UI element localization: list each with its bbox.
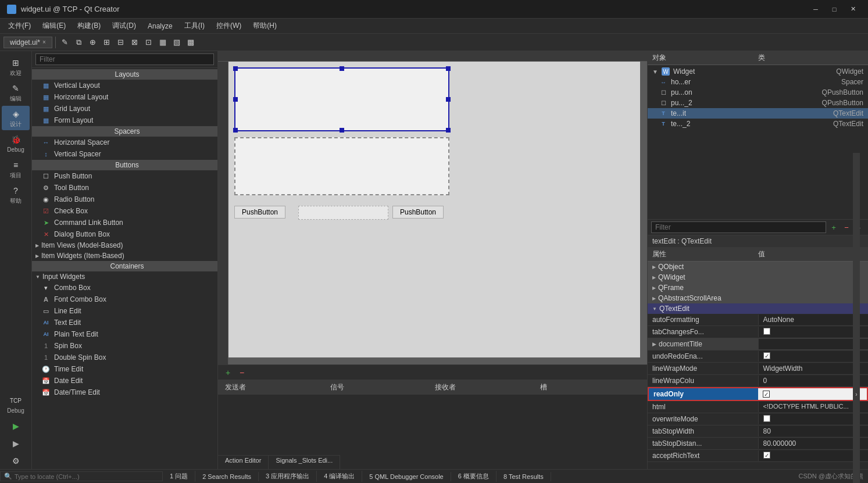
sidebar-settings[interactable]: ⚙: [2, 453, 30, 469]
tree-item-date-edit[interactable]: 📅 Date Edit: [32, 375, 217, 387]
tree-item-horizontal-layout[interactable]: ▦ Horizontal Layout: [32, 91, 217, 103]
status-tab-compile[interactable]: 4 编译输出: [317, 471, 362, 482]
toolbar-btn-4[interactable]: ⊞: [101, 36, 113, 49]
prop-filter-add-btn[interactable]: +: [828, 222, 839, 232]
handle-bottom[interactable]: [340, 128, 344, 133]
prop-acceptrichtext-value[interactable]: ✓: [758, 450, 869, 461]
prop-group-qtextedit[interactable]: ▼ QTextEdit: [648, 303, 868, 314]
locate-input[interactable]: [15, 473, 159, 480]
menu-debug[interactable]: 调试(D): [106, 20, 142, 32]
toolbar-btn-1[interactable]: ✎: [59, 36, 72, 49]
readonly-arrow[interactable]: ›: [853, 262, 860, 469]
bottom-widget-frame[interactable]: [234, 137, 449, 195]
tree-item-text-edit[interactable]: AI Text Edit: [32, 317, 217, 328]
canvas-pushbutton-1[interactable]: PushButton: [234, 206, 285, 219]
editor-tab[interactable]: widget.ui* ×: [3, 37, 52, 48]
design-canvas[interactable]: PushButton PushButton: [218, 51, 647, 364]
canvas-scrollbar[interactable]: [298, 206, 388, 220]
menu-help[interactable]: 帮助(H): [247, 20, 283, 32]
prop-undoredo-value[interactable]: ✓: [758, 351, 869, 362]
tree-item-font-combo-box[interactable]: A Font Combo Box: [32, 294, 217, 305]
handle-bl[interactable]: [233, 128, 238, 133]
toolbar-btn-9[interactable]: ▧: [170, 36, 183, 49]
tree-item-tool-button[interactable]: ⚙ Tool Button: [32, 182, 217, 194]
minimize-button[interactable]: ─: [808, 3, 824, 16]
signal-add-btn[interactable]: +: [223, 367, 233, 378]
tree-item-push-button[interactable]: ☐ Push Button: [32, 170, 217, 182]
sidebar-tcp[interactable]: TCP Debug: [2, 392, 30, 417]
prop-autoformatting-value[interactable]: AutoNone: [758, 314, 869, 325]
prop-linewrapcol-value[interactable]: 0: [758, 375, 869, 386]
prop-filter-minus-btn[interactable]: −: [841, 222, 852, 232]
obj-pushbtn2[interactable]: ☐ pu..._2 QPushButton: [648, 98, 868, 108]
sidebar-run[interactable]: ▶: [2, 418, 30, 434]
status-tab-qml[interactable]: 5 QML Debugger Console: [362, 472, 451, 481]
sidebar-edit[interactable]: ✎ 编辑: [2, 80, 30, 105]
handle-right[interactable]: [446, 97, 451, 102]
toolbar-btn-8[interactable]: ▦: [156, 36, 169, 49]
toolbar-btn-3[interactable]: ⊕: [87, 36, 99, 49]
menu-build[interactable]: 构建(B): [72, 20, 106, 32]
tree-item-radio-button[interactable]: ◉ Radio Button: [32, 194, 217, 205]
tree-item-time-edit[interactable]: 🕐 Time Edit: [32, 363, 217, 375]
tree-item-spin-box[interactable]: 1 Spin Box: [32, 340, 217, 352]
undoredo-checkbox[interactable]: ✓: [763, 352, 770, 359]
handle-left[interactable]: [233, 97, 238, 102]
sidebar-run2[interactable]: ▶: [2, 435, 30, 452]
signals-slots-tab[interactable]: Signals _Slots Edi...: [269, 456, 340, 469]
prop-documenttitle-value[interactable]: [758, 339, 869, 349]
obj-pushbtn1[interactable]: ☐ pu...on QPushButton: [648, 87, 868, 98]
tree-item-form-layout[interactable]: ▦ Form Layout: [32, 115, 217, 126]
tree-item-vertical-layout[interactable]: ▦ Vertical Layout: [32, 80, 217, 91]
handle-tl[interactable]: [233, 66, 238, 71]
menu-tools[interactable]: 工具(I): [178, 20, 210, 32]
tree-item-dialog-button-box[interactable]: ✕ Dialog Button Box: [32, 228, 217, 240]
sidebar-design[interactable]: ◈ 设计: [2, 106, 30, 130]
top-widget-frame[interactable]: [234, 67, 449, 131]
status-tab-issues[interactable]: 1 问题: [163, 471, 195, 482]
tree-item-datetime-edit[interactable]: 📅 Date/Time Edit: [32, 387, 217, 398]
sidebar-project[interactable]: ≡ 项目: [2, 157, 30, 181]
status-tab-search[interactable]: 2 Search Results: [195, 472, 259, 481]
tree-item-plain-text[interactable]: AI Plain Text Edit: [32, 328, 217, 340]
close-button[interactable]: ✕: [845, 3, 861, 16]
status-tab-summary[interactable]: 6 概要信息: [451, 471, 496, 482]
sidebar-help[interactable]: ? 帮助: [2, 183, 30, 207]
tree-item-line-edit[interactable]: ▭ Line Edit: [32, 305, 217, 317]
pushbutton-2[interactable]: PushButton: [392, 206, 444, 219]
prop-group-qabstractscrollarea[interactable]: ▶ QAbstractScrollArea: [648, 293, 868, 303]
status-tab-tests[interactable]: 8 Test Results: [496, 472, 551, 481]
prop-group-qwidget[interactable]: ▶ QWidget: [648, 272, 868, 282]
prop-overwritemode-value[interactable]: [758, 414, 869, 424]
action-editor-tab[interactable]: Action Editor: [218, 456, 269, 469]
pushbutton-1[interactable]: PushButton: [234, 206, 285, 219]
overwritemode-checkbox[interactable]: [763, 415, 770, 422]
toolbar-btn-5[interactable]: ⊟: [115, 36, 127, 49]
menu-edit[interactable]: 编辑(E): [37, 20, 72, 32]
item-widgets-toggle[interactable]: ▶ Item Widgets (Item-Based): [32, 251, 217, 261]
toolbar-btn-10[interactable]: ▩: [184, 36, 197, 49]
prop-group-qframe[interactable]: ▶ QFrame: [648, 282, 868, 293]
tree-item-command-link[interactable]: ➤ Command Link Button: [32, 217, 217, 228]
tree-item-grid-layout[interactable]: ▦ Grid Layout: [32, 103, 217, 115]
tree-item-h-spacer[interactable]: ↔ Horizontal Spacer: [32, 137, 217, 148]
signal-remove-btn[interactable]: −: [237, 367, 247, 378]
prop-readonly-value[interactable]: ✓ ›: [758, 388, 867, 400]
status-tab-appoutput[interactable]: 3 应用程序输出: [259, 471, 317, 482]
widget-filter-input[interactable]: [35, 53, 214, 65]
tabchanges-checkbox[interactable]: [763, 328, 770, 335]
obj-spacer[interactable]: ↔ ho...er Spacer: [648, 77, 868, 87]
obj-textedit1[interactable]: T te...it QTextEdit: [648, 108, 868, 119]
obj-widget[interactable]: ▼ W Widget QWidget: [648, 66, 868, 77]
item-views-toggle[interactable]: ▶ Item Views (Model-Based): [32, 240, 217, 251]
prop-tabchanges-value[interactable]: [758, 327, 869, 337]
property-filter-input[interactable]: [651, 221, 826, 233]
toolbar-btn-6[interactable]: ⊠: [128, 36, 141, 49]
tree-item-v-spacer[interactable]: ↕ Vertical Spacer: [32, 148, 217, 160]
toolbar-btn-7[interactable]: ⊡: [142, 36, 155, 49]
tree-item-combo-box[interactable]: ▾ Combo Box: [32, 282, 217, 294]
menu-analyze[interactable]: Analyze: [142, 21, 178, 31]
menu-file[interactable]: 文件(F): [2, 20, 37, 32]
tree-item-double-spin-box[interactable]: 1 Double Spin Box: [32, 352, 217, 363]
input-widgets-toggle[interactable]: ▼ Input Widgets: [32, 271, 217, 282]
